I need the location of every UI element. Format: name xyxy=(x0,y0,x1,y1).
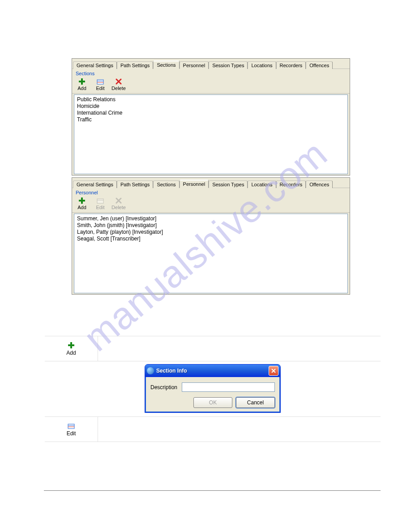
personnel-panel: General SettingsPath SettingsSectionsPer… xyxy=(72,177,350,295)
ok-button: OK xyxy=(193,397,232,408)
tabs-row: General SettingsPath SettingsSectionsPer… xyxy=(72,178,350,188)
group-label: Personnel xyxy=(72,188,350,196)
add-button[interactable]: Add xyxy=(74,78,90,91)
delete-button[interactable]: Delete xyxy=(111,78,127,91)
tab-general-settings[interactable]: General Settings xyxy=(73,180,117,188)
description-input[interactable] xyxy=(182,382,275,392)
list-item[interactable]: Smith, John (jsmith) [Investigator] xyxy=(77,222,345,229)
svg-rect-0 xyxy=(97,80,103,84)
tab-recorders[interactable]: Recorders xyxy=(276,180,306,188)
edit-cell: Edit xyxy=(45,417,98,442)
dialog-body: Description OK Cancel xyxy=(145,377,280,412)
description-label: Description xyxy=(150,384,177,390)
delete-icon xyxy=(115,78,123,85)
svg-rect-3 xyxy=(97,199,103,203)
tab-general-settings[interactable]: General Settings xyxy=(73,61,117,69)
edit-icon xyxy=(67,422,75,429)
edit-button[interactable]: Edit xyxy=(92,78,108,91)
list-item[interactable]: Seagal, Scott [Transcriber] xyxy=(77,236,345,242)
toolbar: Add Edit Delete xyxy=(72,77,350,94)
cancel-button[interactable]: Cancel xyxy=(236,397,275,408)
app-icon xyxy=(147,367,154,374)
edit-label: Edit xyxy=(96,86,105,91)
dialog-title: Section Info xyxy=(156,368,269,374)
close-button[interactable] xyxy=(269,366,278,376)
footer-divider xyxy=(44,490,381,491)
personnel-listbox[interactable]: Summer, Jen (user) [Investigator]Smith, … xyxy=(74,214,348,293)
group-label: Sections xyxy=(72,69,350,77)
list-item[interactable]: Summer, Jen (user) [Investigator] xyxy=(77,215,345,222)
delete-icon xyxy=(115,197,123,204)
tab-path-settings[interactable]: Path Settings xyxy=(117,180,153,188)
delete-button: Delete xyxy=(111,197,127,210)
list-item[interactable]: Layton, Patty (playton) [Investigator] xyxy=(77,229,345,236)
tab-session-types[interactable]: Session Types xyxy=(209,61,248,69)
tab-sections[interactable]: Sections xyxy=(153,180,179,188)
tab-personnel[interactable]: Personnel xyxy=(180,61,209,69)
list-item[interactable]: International Crime xyxy=(77,110,345,116)
table-row: Edit xyxy=(45,416,381,442)
add-cell: Add xyxy=(45,336,98,361)
edit-label: Edit xyxy=(96,205,105,210)
list-item[interactable]: Homicide xyxy=(77,103,345,110)
plus-icon xyxy=(78,78,86,85)
delete-label: Delete xyxy=(111,86,126,91)
tab-recorders[interactable]: Recorders xyxy=(276,61,306,69)
tab-offences[interactable]: Offences xyxy=(306,61,333,69)
dialog-row: Section Info Description OK Cancel xyxy=(45,360,381,417)
tab-session-types[interactable]: Session Types xyxy=(209,180,248,188)
plus-icon xyxy=(67,342,75,349)
list-item[interactable]: Public Relations xyxy=(77,96,345,103)
add-button[interactable]: Add xyxy=(74,197,90,210)
edit-icon xyxy=(96,78,104,85)
svg-rect-5 xyxy=(68,424,74,429)
edit-button: Edit xyxy=(92,197,108,210)
tab-path-settings[interactable]: Path Settings xyxy=(117,61,153,69)
tabs-row: General SettingsPath SettingsSectionsPer… xyxy=(72,59,350,69)
delete-label: Delete xyxy=(111,205,126,210)
edit-label: Edit xyxy=(67,430,76,437)
add-label: Add xyxy=(66,350,76,356)
tab-locations[interactable]: Locations xyxy=(248,61,276,69)
plus-icon xyxy=(78,197,86,204)
toolbar: Add Edit Delete xyxy=(72,196,350,213)
tab-locations[interactable]: Locations xyxy=(248,180,276,188)
sections-listbox[interactable]: Public RelationsHomicideInternational Cr… xyxy=(74,94,348,174)
section-info-dialog: Section Info Description OK Cancel xyxy=(145,364,281,413)
table-row: Add xyxy=(45,336,381,361)
tab-sections[interactable]: Sections xyxy=(153,60,179,69)
tab-offences[interactable]: Offences xyxy=(306,180,333,188)
titlebar[interactable]: Section Info xyxy=(145,365,280,377)
sections-panel: General SettingsPath SettingsSectionsPer… xyxy=(72,58,350,176)
tab-personnel[interactable]: Personnel xyxy=(180,180,209,188)
add-label: Add xyxy=(77,205,86,210)
edit-icon xyxy=(96,197,104,204)
add-label: Add xyxy=(77,86,86,91)
list-item[interactable]: Traffic xyxy=(77,116,345,123)
